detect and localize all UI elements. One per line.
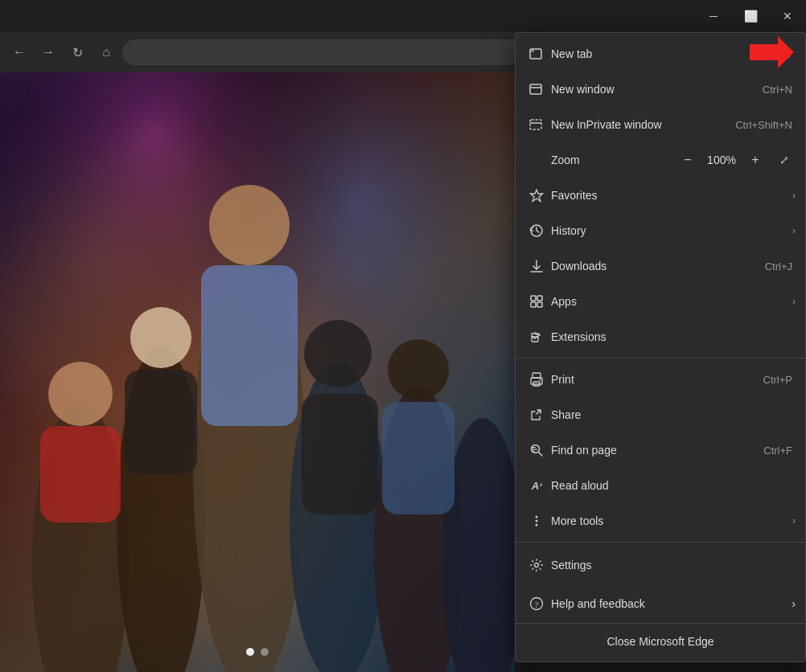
share-icon [525,404,548,426]
new-window-icon [525,78,548,100]
svg-rect-15 [201,265,298,426]
zoom-value: 100% [705,154,738,166]
favorites-label: Favorites [551,189,792,202]
svg-rect-35 [531,378,542,384]
print-icon [525,368,548,391]
zoom-fullscreen-button[interactable]: ⤢ [773,149,796,171]
svg-rect-31 [531,302,536,307]
svg-rect-13 [40,426,121,522]
svg-point-9 [130,307,191,368]
menu-item-print[interactable]: Print Ctrl+P [516,362,805,397]
close-button[interactable]: ✕ [769,0,806,32]
minimize-icon: ─ [709,10,718,23]
maximize-icon: ⬜ [744,10,758,23]
svg-rect-14 [125,370,197,474]
read-aloud-label: Read aloud [551,479,796,492]
svg-point-8 [48,362,113,426]
menu-item-new-window[interactable]: New window Ctrl+N [516,72,805,107]
close-icon: ✕ [783,10,792,23]
menu-item-apps[interactable]: Apps › [516,284,805,319]
new-window-shortcut: Ctrl+N [763,84,792,96]
help-feedback-label: Help and feedback [551,597,792,610]
menu-item-settings[interactable]: Settings [516,546,805,584]
forward-button[interactable]: → [35,39,61,65]
svg-rect-40 [532,447,536,448]
svg-rect-34 [533,373,541,378]
svg-rect-24 [530,120,541,129]
svg-point-10 [209,185,290,265]
menu-item-help-feedback[interactable]: ? Help and feedback › [516,584,805,623]
svg-rect-33 [532,337,538,342]
menu-item-read-aloud[interactable]: Aʸ Read aloud [516,468,805,503]
find-icon [525,439,548,461]
menu-item-extensions[interactable]: Extensions [516,319,805,354]
share-label: Share [551,408,796,421]
close-edge-label: Close Microsoft Edge [607,635,713,648]
svg-point-45 [536,524,538,527]
downloads-icon [525,255,548,277]
history-label: History [551,224,792,237]
svg-rect-22 [530,84,541,94]
context-menu: New tab Ctrl+T New window Ctrl+N New InP… [515,32,806,662]
refresh-button[interactable]: ↻ [64,39,90,65]
find-shortcut: Ctrl+F [763,445,792,457]
help-arrow: › [792,597,796,610]
menu-divider-1 [516,358,805,359]
menu-item-downloads[interactable]: Downloads Ctrl+J [516,248,805,284]
extensions-label: Extensions [551,330,796,343]
maximize-button[interactable]: ⬜ [732,0,769,32]
menu-item-favorites[interactable]: Favorites › [516,178,805,213]
read-aloud-icon: Aʸ [525,474,548,497]
svg-marker-26 [531,190,543,202]
titlebar: ─ ⬜ ✕ [0,0,806,32]
dot-1 [246,648,254,656]
more-tools-icon [525,510,548,532]
apps-icon [525,290,548,313]
svg-point-11 [304,320,372,387]
more-tools-arrow: › [792,515,796,527]
window-controls: ─ ⬜ ✕ [695,0,806,32]
settings-label: Settings [551,559,796,572]
menu-item-find-on-page[interactable]: Find on page Ctrl+F [516,432,805,468]
svg-rect-21 [530,49,534,52]
menu-item-more-tools[interactable]: More tools › [516,503,805,539]
extensions-icon [525,326,548,348]
svg-point-12 [388,339,449,400]
back-button[interactable]: ← [6,39,32,65]
new-tab-icon [525,43,548,65]
settings-icon [525,554,548,576]
find-on-page-label: Find on page [551,444,763,457]
svg-rect-41 [532,449,537,450]
history-icon [525,219,548,242]
minimize-button[interactable]: ─ [695,0,732,32]
menu-item-share[interactable]: Share [516,397,805,432]
menu-item-new-tab[interactable]: New tab Ctrl+T [516,36,805,72]
apps-label: Apps [551,295,792,308]
svg-rect-29 [531,296,536,301]
zoom-in-button[interactable]: + [744,149,767,171]
favorites-arrow: › [792,190,796,201]
menu-item-inprivate[interactable]: New InPrivate window Ctrl+Shift+N [516,107,805,142]
home-button[interactable]: ⌂ [93,39,119,65]
apps-arrow: › [792,296,796,307]
svg-point-43 [536,516,538,518]
zoom-control: Zoom − 100% + ⤢ [516,142,805,178]
svg-rect-32 [537,302,542,307]
svg-rect-17 [382,402,454,514]
address-bar[interactable] [122,39,553,65]
downloads-label: Downloads [551,260,765,272]
svg-rect-16 [302,394,378,514]
print-shortcut: Ctrl+P [763,374,792,386]
help-icon: ? [525,592,548,615]
inprivate-shortcut: Ctrl+Shift+N [735,119,792,131]
new-tab-label: New tab [551,47,763,60]
background [0,0,515,672]
new-tab-shortcut: Ctrl+T [763,48,792,60]
zoom-out-button[interactable]: − [676,149,699,171]
menu-item-close-edge[interactable]: Close Microsoft Edge [516,623,805,658]
favorites-menu-icon [525,184,548,207]
svg-text:?: ? [535,600,539,609]
history-arrow: › [792,225,796,236]
menu-item-history[interactable]: History › [516,213,805,248]
svg-point-44 [536,520,538,522]
